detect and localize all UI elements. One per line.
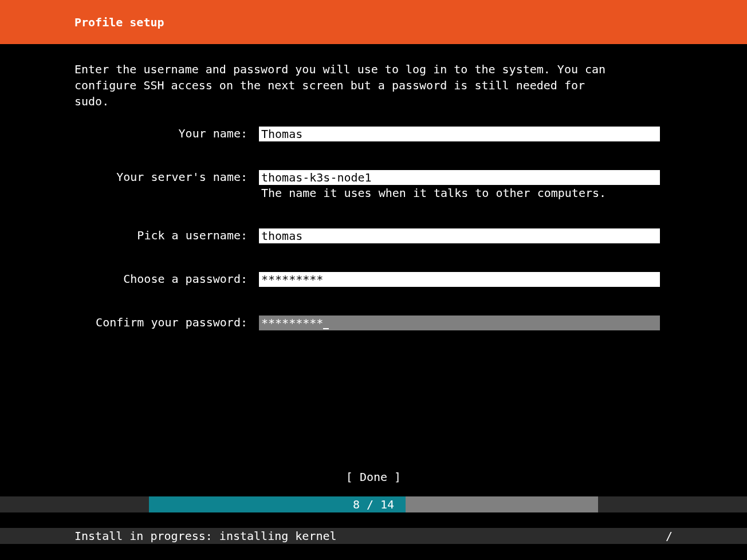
instructions-text: Enter the username and password you will… xyxy=(74,61,673,109)
spinner-icon: / xyxy=(666,529,673,543)
password-input[interactable]: ********* xyxy=(259,272,660,287)
done-button[interactable]: [ Done ] xyxy=(0,470,747,484)
progress-bar: 8 / 14 xyxy=(149,496,598,512)
confirm-password-row: Confirm your password: ********* xyxy=(74,316,673,330)
progress-text: 8 / 14 xyxy=(149,496,598,512)
password-row: Choose a password: ********* xyxy=(74,272,673,287)
server-name-row: Your server's name: thomas-k3s-node1 The… xyxy=(74,170,673,200)
server-name-input[interactable]: thomas-k3s-node1 xyxy=(259,170,660,185)
header: Profile setup xyxy=(0,0,747,44)
status-text: Install in progress: installing kernel xyxy=(74,529,337,543)
server-name-label: Your server's name: xyxy=(74,170,247,184)
text-cursor-icon xyxy=(323,328,329,329)
name-row: Your name: Thomas xyxy=(74,127,673,141)
confirm-password-label: Confirm your password: xyxy=(74,316,247,329)
page-title: Profile setup xyxy=(74,15,164,29)
username-row: Pick a username: thomas xyxy=(74,228,673,243)
confirm-password-value: ********* xyxy=(261,316,323,330)
username-label: Pick a username: xyxy=(74,228,247,242)
content-area: Enter the username and password you will… xyxy=(0,44,747,330)
name-label: Your name: xyxy=(74,127,247,140)
password-label: Choose a password: xyxy=(74,272,247,286)
server-name-helper: The name it uses when it talks to other … xyxy=(259,186,673,200)
name-input[interactable]: Thomas xyxy=(259,127,660,141)
confirm-password-input[interactable]: ********* xyxy=(259,316,660,330)
status-bar: Install in progress: installing kernel / xyxy=(0,528,747,544)
progress-bar-outer: 8 / 14 xyxy=(0,496,747,512)
username-input[interactable]: thomas xyxy=(259,228,660,243)
